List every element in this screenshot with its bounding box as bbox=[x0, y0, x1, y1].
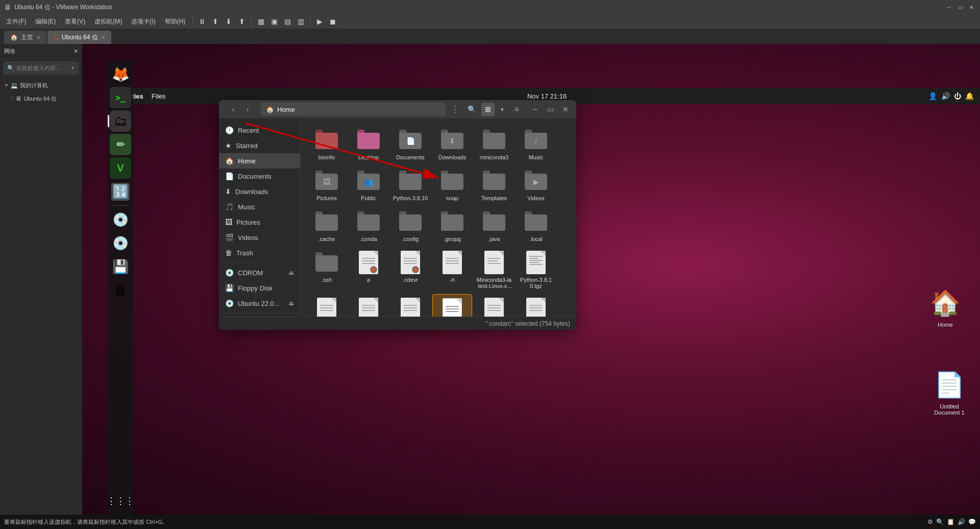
file-local[interactable]: .local bbox=[516, 206, 556, 245]
vmware-close-btn[interactable]: ✕ bbox=[967, 3, 976, 12]
fm-sidebar-documents[interactable]: 📄 Documents bbox=[219, 169, 300, 184]
toolbar-btn-2[interactable]: ⬇ bbox=[223, 15, 235, 28]
toolbar-btn-8[interactable]: ▶ bbox=[313, 15, 326, 28]
file-pictures[interactable]: 🖼 Pictures bbox=[307, 165, 347, 204]
fm-sidebar-downloads[interactable]: ⬇ Downloads bbox=[219, 184, 300, 199]
menu-file[interactable]: 文件(F) bbox=[2, 16, 30, 27]
fm-view-dropdown-btn[interactable]: ▼ bbox=[496, 103, 509, 116]
file-h[interactable]: -h bbox=[432, 247, 472, 292]
vmware-menubar: 文件(F) 编辑(E) 查看(V) 虚拟机(M) 选项卡(I) 帮助(H) ⏸ … bbox=[0, 14, 980, 29]
fm-search-btn[interactable]: 🔍 bbox=[465, 103, 478, 116]
tab-home[interactable]: 🏠 主页 ✕ bbox=[4, 31, 46, 44]
file-gnupg[interactable]: .gnupg bbox=[432, 206, 472, 245]
file-condarc[interactable]: .condarc bbox=[432, 294, 472, 317]
file-python-history[interactable]: .python_history bbox=[516, 294, 556, 317]
dock-files[interactable]: 🗂 bbox=[110, 110, 131, 132]
dock-calculator[interactable]: 🔢 bbox=[110, 181, 131, 202]
fm-sidebar-cdrom[interactable]: 💿 CDROM ⏏ bbox=[219, 265, 300, 280]
tab-ubuntu[interactable]: ⬡ Ubuntu 64 位 ✕ bbox=[47, 31, 111, 44]
file-python[interactable]: Python-3.8.10 bbox=[390, 165, 430, 204]
cdrom-eject-btn[interactable]: ⏏ bbox=[288, 269, 294, 276]
file-public[interactable]: 👥 Public bbox=[349, 165, 388, 204]
file-miniconda3-installer[interactable]: Miniconda3-latest-Linux-x86... bbox=[474, 247, 514, 292]
file-a[interactable]: a bbox=[349, 247, 388, 292]
file-music[interactable]: ♪ Music bbox=[516, 125, 556, 163]
file-bioinfo[interactable]: bioinfo bbox=[307, 125, 347, 163]
file-java[interactable]: .java bbox=[474, 206, 514, 245]
file-conda[interactable]: .conda bbox=[349, 206, 388, 245]
toolbar-btn-5[interactable]: ▣ bbox=[268, 15, 280, 28]
fm-sidebar-ubuntu22[interactable]: 💿 Ubuntu 22.0... ⏏ bbox=[219, 296, 300, 311]
sidebar-item-mypc[interactable]: ▼ 💻 我的计算机 bbox=[0, 79, 82, 92]
fm-list-view-btn[interactable]: ≡ bbox=[510, 103, 523, 116]
file-downloads[interactable]: ⬇ Downloads bbox=[432, 125, 472, 163]
desktop-icon-untitled-doc[interactable]: 📄 Untitled Document 1 bbox=[930, 366, 969, 419]
dock-editor[interactable]: ✏ bbox=[110, 134, 131, 155]
menu-help[interactable]: 帮助(H) bbox=[161, 16, 190, 27]
menu-vm[interactable]: 虚拟机(M) bbox=[90, 16, 126, 27]
toolbar-btn-6[interactable]: ▤ bbox=[281, 15, 293, 28]
fm-path-bar[interactable]: 🏠 Home bbox=[261, 103, 446, 116]
notifications-icon[interactable]: 🔔 bbox=[965, 92, 974, 100]
toolbar-btn-7[interactable]: ▥ bbox=[295, 15, 307, 28]
fm-sidebar-starred[interactable]: ★ Starred bbox=[219, 138, 300, 153]
file-templates[interactable]: Templates bbox=[474, 165, 514, 204]
file-python-tgz[interactable]: Python-3.8.10.tgz bbox=[516, 247, 556, 292]
dock-floppy[interactable]: 💾 bbox=[110, 256, 131, 277]
dock-terminal[interactable]: >_ bbox=[110, 87, 131, 108]
vmware-restore-btn[interactable]: ▭ bbox=[955, 3, 965, 12]
fm-close-btn[interactable]: ✕ bbox=[559, 103, 572, 116]
sidebar-search-box[interactable]: 🔍 在此处键入内容... ▼ bbox=[3, 61, 79, 75]
fm-sidebar: 🕐 Recent ★ Starred 🏠 Home 📄 Documents bbox=[219, 118, 301, 317]
menu-edit[interactable]: 编辑(E) bbox=[31, 16, 60, 27]
sidebar-search-arrow[interactable]: ▼ bbox=[70, 65, 75, 70]
fm-sidebar-music[interactable]: 🎵 Music bbox=[219, 199, 300, 214]
fm-sidebar-pictures[interactable]: 🖼 Pictures bbox=[219, 214, 300, 230]
fm-back-btn[interactable]: ‹ bbox=[227, 103, 239, 115]
sidebar-item-ubuntu[interactable]: └ 🖥 Ubuntu 64 位 bbox=[0, 92, 82, 105]
file-config[interactable]: .config bbox=[390, 206, 430, 245]
file-ssh[interactable]: .ssh bbox=[307, 247, 347, 292]
dock-firefox[interactable]: 🦊 bbox=[110, 63, 131, 85]
file-cdevr[interactable]: .cdevr bbox=[390, 247, 430, 292]
toolbar-btn-9[interactable]: ◼ bbox=[327, 15, 339, 28]
fm-sidebar-home[interactable]: 🏠 Home bbox=[219, 153, 300, 169]
file-cache[interactable]: .cache bbox=[307, 206, 347, 245]
fm-grid-view-btn[interactable]: ⊞ bbox=[481, 103, 495, 116]
file-documents[interactable]: 📄 Documents bbox=[390, 125, 430, 163]
file-desktop[interactable]: Desktop bbox=[349, 125, 388, 163]
tab-home-close[interactable]: ✕ bbox=[36, 35, 40, 40]
toolbar-btn-1[interactable]: ⬆ bbox=[209, 15, 222, 28]
file-videos[interactable]: ▶ Videos bbox=[516, 165, 556, 204]
dock-cd2[interactable]: 💿 bbox=[110, 232, 131, 254]
file-miniconda3[interactable]: miniconda3 bbox=[474, 125, 514, 163]
fm-minimize-btn[interactable]: ─ bbox=[528, 103, 542, 116]
fm-sidebar-videos[interactable]: 🎬 Videos bbox=[219, 230, 300, 245]
menu-view[interactable]: 查看(V) bbox=[61, 16, 89, 27]
sidebar-close-btn[interactable]: ✕ bbox=[74, 48, 78, 55]
fm-sidebar-recent[interactable]: 🕐 Recent bbox=[219, 123, 300, 138]
toolbar-btn-4[interactable]: ▦ bbox=[255, 15, 267, 28]
ubuntu22-eject-btn[interactable]: ⏏ bbox=[288, 300, 294, 307]
file-bash-logout[interactable]: .bash_logout bbox=[349, 294, 388, 317]
dock-vim[interactable]: V bbox=[110, 157, 131, 179]
menu-tab[interactable]: 选项卡(I) bbox=[127, 16, 159, 27]
file-profile[interactable]: .profile bbox=[474, 294, 514, 317]
power-btn[interactable]: ⏸ bbox=[196, 15, 208, 28]
dock-trash[interactable]: 🗑 bbox=[110, 279, 131, 301]
fm-menu-btn[interactable]: ⋮ bbox=[449, 103, 462, 116]
toolbar-btn-3[interactable]: ⬆ bbox=[236, 15, 248, 28]
tab-ubuntu-close[interactable]: ✕ bbox=[101, 35, 105, 40]
file-bashrc[interactable]: .bashrc bbox=[390, 294, 430, 317]
desktop-icon-home[interactable]: 🏠 Home bbox=[926, 284, 965, 331]
fm-sidebar-floppy[interactable]: 💾 Floppy Disk bbox=[219, 280, 300, 296]
file-bash-history[interactable]: .bash_history bbox=[307, 294, 347, 317]
file-snap[interactable]: snap bbox=[432, 165, 472, 204]
vmware-minimize-btn[interactable]: ─ bbox=[944, 3, 953, 12]
fm-maximize-btn[interactable]: ▭ bbox=[544, 103, 557, 116]
fm-sidebar-trash[interactable]: 🗑 Trash bbox=[219, 245, 300, 260]
music-icon: 🎵 bbox=[225, 203, 234, 211]
dock-apps-grid[interactable]: ⋮⋮⋮ bbox=[110, 490, 131, 512]
fm-forward-btn[interactable]: › bbox=[241, 103, 254, 115]
dock-cd1[interactable]: 💿 bbox=[110, 209, 131, 230]
